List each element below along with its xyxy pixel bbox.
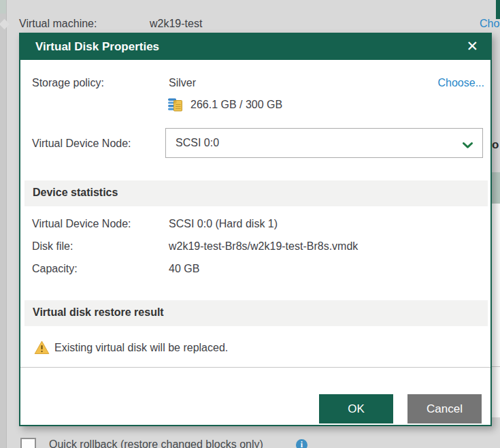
- restore-result-title: Virtual disk restore result: [33, 306, 164, 319]
- edge-text-fragment: o: [492, 138, 499, 152]
- device-node-select[interactable]: SCSI 0:0: [165, 128, 483, 158]
- device-node-label: Virtual Device Node:: [32, 138, 131, 150]
- info-icon[interactable]: i: [296, 439, 307, 448]
- storage-policy-choose-link[interactable]: Choose...: [438, 77, 484, 89]
- quick-rollback-checkbox[interactable]: [20, 438, 36, 448]
- stat-disk-file-value: w2k19-test-Br8s/w2k19-test-Br8s.vmdk: [169, 240, 358, 253]
- footer-divider: [20, 367, 490, 368]
- stat-capacity-value: 40 GB: [169, 263, 199, 275]
- device-statistics-header: Device statistics: [24, 180, 488, 206]
- ok-button[interactable]: OK: [319, 394, 393, 423]
- device-node-selected-value: SCSI 0:0: [176, 129, 219, 157]
- cancel-button[interactable]: Cancel: [407, 394, 482, 423]
- warning-message: Existing virtual disk will be replaced.: [54, 342, 228, 354]
- background-panel-fragment: [492, 204, 500, 417]
- quick-rollback-label: Quick rollback (restore changed blocks o…: [49, 438, 263, 448]
- screen: Virtual machine: w2k19-test Choose... o …: [0, 0, 500, 448]
- storage-usage-value: 266.1 GB / 300 GB: [190, 99, 282, 111]
- vm-choose-link[interactable]: Choose...: [480, 18, 500, 30]
- left-panel-edge-top: [0, 0, 6, 14]
- restore-result-header: Virtual disk restore result: [24, 300, 488, 326]
- close-icon[interactable]: ✕: [462, 34, 482, 60]
- stat-disk-file-label: Disk file:: [32, 240, 73, 253]
- dialog-title: Virtual Disk Properties: [35, 34, 159, 60]
- background-divider-fragment: [492, 366, 500, 367]
- background-selection-fragment: [492, 172, 500, 204]
- left-panel-edge: [0, 0, 7, 448]
- virtual-disk-properties-dialog: Virtual Disk Properties ✕ Storage policy…: [19, 33, 492, 426]
- dialog-header: Virtual Disk Properties ✕: [20, 34, 490, 60]
- stat-capacity-label: Capacity:: [32, 263, 78, 275]
- warning-icon: [34, 340, 50, 355]
- vm-label: Virtual machine:: [19, 18, 97, 30]
- stat-device-node-label: Virtual Device Node:: [32, 218, 131, 230]
- background-header-fragment: [496, 0, 500, 19]
- storage-policy-label: Storage policy:: [32, 77, 104, 89]
- stat-device-node-value: SCSI 0:0 (Hard disk 1): [169, 218, 278, 230]
- device-statistics-title: Device statistics: [33, 187, 118, 199]
- vm-value: w2k19-test: [150, 18, 202, 30]
- storage-policy-icon: [167, 96, 184, 112]
- storage-policy-value: Silver: [169, 77, 196, 89]
- chevron-down-icon: [463, 140, 473, 152]
